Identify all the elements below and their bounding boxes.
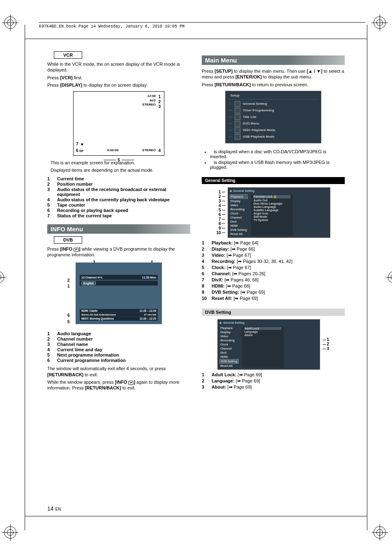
setup-menu-item: USB Playback Mode	[228, 134, 318, 140]
menu-item: Audio Out	[254, 199, 291, 202]
ref-item: 2Display: [➡ Page 66]	[202, 246, 345, 252]
menu-item: DivX	[230, 220, 248, 223]
info-icon: i+	[128, 381, 134, 385]
dvb-item-list: 1Audio language 2Channel number 3Channel…	[47, 331, 190, 363]
frame-line	[367, 25, 367, 530]
ref-item: 9DVB Setting: [➡ Page 69]	[202, 290, 345, 295]
setup-menu-diagram: Setup General SettingTimer ProgrammingTi…	[225, 91, 321, 143]
menu-item: Channel	[219, 347, 238, 350]
dvb-setting-refs: 1Adult Lock: [➡ Page 69]2Language: [➡ Pa…	[202, 371, 345, 391]
dvb-osd-diagram: 13 Channel 4+1 11:53 Mon English NOW: Ca…	[76, 263, 162, 324]
menu-item: Clock	[230, 212, 248, 215]
vcr-osd-diagram: 12:001 AV22 STEREO3 7 ■ 6SP 0:00:00 STER…	[73, 91, 164, 156]
dvb-note: The window will automatically exit after…	[47, 366, 190, 378]
setup-menu-item: DVD Menu	[228, 121, 318, 127]
menu-item: TV System	[254, 219, 291, 221]
menu-item: Reset All	[219, 364, 238, 368]
main-menu-notes: is displayed when a disc with CD-DA/VCD/…	[202, 148, 345, 170]
menu-item: Disc Menu Language	[254, 202, 291, 205]
left-column: VCR While in the VCR mode, the on screen…	[47, 51, 190, 497]
ref-item: 1Playback: [➡ Page 64]	[202, 240, 345, 246]
example-note: Displayed items are depending on the act…	[51, 167, 190, 173]
vcr-press-1: Press [VCR] first.	[47, 75, 190, 81]
dvb-note: While the window appears, press [INFO i+…	[47, 379, 190, 391]
main-menu-header: Main Menu	[202, 55, 345, 65]
frame-line	[25, 25, 25, 530]
registration-mark	[374, 16, 386, 29]
menu-item: HDMI	[219, 355, 238, 359]
dvb-setting-header: DVB Setting	[202, 309, 345, 316]
stop-icon: ■	[81, 142, 83, 146]
setup-menu-item: DISC Playback Mode	[228, 127, 318, 133]
menu-item: Language	[244, 330, 281, 333]
menu-item: Still Mode	[254, 215, 291, 218]
setup-menu-item: Timer Programming	[228, 108, 318, 113]
main-menu-p2: Press [RETURN/BACK] to return to previou…	[202, 82, 345, 88]
menu-item: Display	[230, 199, 248, 203]
main-menu-p1: Press [SETUP] to display the main menu. …	[202, 68, 345, 80]
dvb-intro: Press [INFO i+] while viewing a DVB prog…	[47, 246, 190, 258]
vcr-item-list: 1Current time 2Position number 3Audio st…	[47, 176, 190, 219]
right-column: Main Menu Press [SETUP] to display the m…	[202, 51, 345, 497]
page: E9TK4BD_EN.book Page 14 Wednesday, Janua…	[0, 0, 392, 555]
menu-item: Parental Lock 🔒	[254, 195, 291, 198]
ref-item: 3About: [➡ Page 69]	[202, 385, 345, 390]
vcr-intro: While in the VCR mode, the on screen dis…	[47, 61, 190, 73]
menu-item: About	[244, 334, 281, 336]
general-setting-diagram: 12345678910 ◈General Setting PlaybackDis…	[202, 187, 345, 238]
ref-item: 8HDMI: [➡ Page 68]	[202, 283, 345, 289]
ref-item: 10Reset All: [➡ Page 69]	[202, 296, 345, 301]
setup-menu-item: General Setting	[228, 101, 318, 107]
menu-item: Display	[219, 330, 238, 334]
registration-mark	[4, 16, 16, 29]
ref-item: 5Clock: [➡ Page 67]	[202, 265, 345, 270]
registration-mark	[0, 271, 4, 283]
menu-item: Recording	[230, 207, 248, 211]
menu-item: Video	[230, 203, 248, 207]
book-header: E9TK4BD_EN.book Page 14 Wednesday, Janua…	[39, 22, 365, 29]
general-setting-header: General Setting	[202, 177, 345, 184]
frame-line	[25, 516, 367, 516]
registration-mark	[4, 526, 16, 539]
dvb-setting-diagram: ◈General Setting PlaybackDisplayVideoRec…	[202, 319, 345, 370]
ref-item: 4Recording: [➡ Pages 30-32, 38, 41, 42]	[202, 259, 345, 264]
menu-item: Recording	[219, 339, 238, 342]
menu-item: Playback	[230, 194, 248, 199]
menu-item: DivX	[219, 351, 238, 355]
menu-item: DVB Setting	[219, 359, 238, 364]
menu-item: Playback	[219, 326, 238, 330]
menu-item: Video	[219, 334, 238, 338]
menu-item: Clock	[219, 343, 238, 346]
book-header-text: E9TK4BD_EN.book Page 14 Wednesday, Janua…	[39, 24, 184, 29]
menu-item: Subtitle Language	[254, 209, 291, 212]
registration-mark	[374, 526, 386, 539]
vcr-label: VCR	[54, 51, 82, 59]
info-icon: i+	[74, 248, 79, 252]
ref-item: 1Adult Lock: [➡ Page 69]	[202, 372, 345, 378]
registration-mark	[388, 271, 392, 283]
ref-item: 6Channel: [➡ Pages 20-26]	[202, 271, 345, 276]
frame-line	[25, 39, 367, 39]
ref-item: 7DivX: [➡ Pages 46, 68]	[202, 277, 345, 283]
dvb-label: DVB	[54, 236, 82, 244]
menu-item: Channel	[230, 216, 248, 219]
menu-item: Adult Lock	[244, 327, 281, 330]
menu-item: HDMI	[230, 224, 248, 228]
info-menu-header: INFO Menu	[47, 224, 190, 234]
vcr-press-2: Press [DISPLAY] to display the on screen…	[47, 82, 190, 88]
menu-item: Angle Icon	[254, 212, 291, 215]
menu-item: DVB Setting	[230, 228, 248, 232]
page-number: 14EN	[47, 505, 61, 512]
setup-menu-item: Title List	[228, 114, 318, 120]
menu-item: Audio Language	[254, 205, 291, 208]
menu-item: Reset All	[230, 232, 248, 236]
ref-item: 2Language: [➡ Page 69]	[202, 378, 345, 384]
ref-item: 3Video: [➡ Page 67]	[202, 253, 345, 258]
content: VCR While in the VCR mode, the on screen…	[47, 51, 345, 497]
general-setting-refs: 1Playback: [➡ Page 64]2Display: [➡ Page …	[202, 240, 345, 302]
